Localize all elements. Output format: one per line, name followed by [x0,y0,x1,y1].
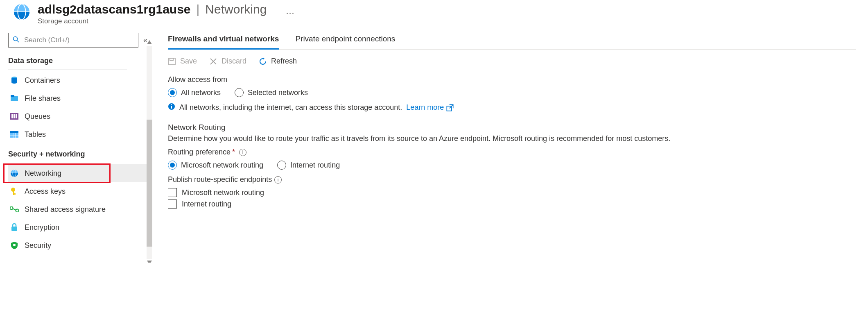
sidebar-item-label: Security [25,241,51,250]
sidebar-search[interactable] [8,33,138,48]
info-icon [168,103,175,112]
sidebar-item-label: Shared access signature [25,205,106,214]
main-content: Firewalls and virtual networks Private e… [147,29,860,254]
sidebar-group-data-storage[interactable]: Data storage [8,53,127,70]
svg-point-22 [10,207,13,210]
tab-firewalls[interactable]: Firewalls and virtual networks [168,31,279,50]
svg-point-3 [14,36,18,41]
command-bar: Save Discard Refresh [168,57,856,66]
radio-label: Internet routing [290,161,340,170]
sidebar-item-label: Networking [25,169,61,178]
shield-icon [10,241,19,249]
svg-line-24 [13,209,16,210]
save-button[interactable]: Save [168,57,197,66]
sidebar: « Data storage Containers File shares Qu… [8,29,147,254]
radio-label: Microsoft network routing [181,161,263,170]
search-input[interactable] [23,36,134,45]
discard-button[interactable]: Discard [209,57,246,66]
radio-all-networks[interactable]: All networks [168,88,221,97]
svg-point-26 [13,244,16,246]
radio-internet-routing[interactable]: Internet routing [277,161,340,170]
sidebar-item-label: Containers [25,76,60,85]
queues-icon [10,113,19,120]
sidebar-item-containers[interactable]: Containers [8,71,147,89]
sidebar-item-access-keys[interactable]: Access keys [8,182,147,200]
sidebar-item-tables[interactable]: Tables [8,125,147,143]
key-icon [10,187,19,195]
info-text: All networks, including the internet, ca… [179,103,402,112]
svg-rect-25 [11,227,17,231]
learn-more-link[interactable]: Learn more [406,103,454,112]
sidebar-item-security[interactable]: Security [8,236,147,254]
page-title: Networking [205,2,267,16]
refresh-label: Refresh [271,57,297,66]
resource-globe-icon [12,2,31,23]
svg-rect-11 [16,114,17,118]
svg-rect-7 [11,95,14,97]
sidebar-item-label: Queues [25,112,50,121]
checkbox-label: Internet routing [182,200,231,209]
svg-rect-12 [10,131,18,133]
refresh-button[interactable]: Refresh [259,57,297,66]
sidebar-item-label: Encryption [25,223,59,232]
radio-selected-networks[interactable]: Selected networks [235,88,308,97]
tables-icon [10,131,19,138]
resource-name: adlsg2datascans1rg1ause [38,2,191,16]
info-tooltip-icon[interactable]: i [274,176,282,184]
svg-rect-10 [14,114,15,118]
radio-microsoft-routing[interactable]: Microsoft network routing [168,161,263,170]
allow-access-label: Allow access from [168,75,856,84]
fileshare-icon [10,95,19,102]
page-header: adlsg2datascans1rg1ause | Networking Sto… [8,0,860,29]
more-actions-button[interactable]: … [273,6,294,16]
tabs: Firewalls and virtual networks Private e… [168,31,856,50]
publish-endpoints-label: Publish route-specific endpointsi [168,175,856,184]
sas-icon [10,206,19,212]
search-icon [13,36,19,45]
sidebar-item-label: Tables [25,130,46,139]
tab-private-endpoints[interactable]: Private endpoint connections [295,31,395,49]
svg-rect-28 [170,58,173,61]
info-tooltip-icon[interactable]: i [239,149,246,156]
checkbox-publish-ms-routing[interactable]: Microsoft network routing [168,188,856,197]
sidebar-item-file-shares[interactable]: File shares [8,89,147,107]
svg-rect-21 [13,193,16,195]
radio-label: All networks [181,88,221,97]
lock-icon [10,223,19,231]
save-label: Save [180,57,197,66]
sidebar-item-label: File shares [25,94,61,103]
svg-rect-32 [171,106,172,109]
container-icon [10,76,19,84]
resource-type: Storage account [38,17,267,25]
svg-point-23 [16,209,19,212]
svg-rect-33 [171,104,172,105]
sidebar-group-security-networking[interactable]: Security + networking [8,147,127,163]
checkbox-label: Microsoft network routing [182,188,264,197]
sidebar-item-encryption[interactable]: Encryption [8,218,147,236]
sidebar-item-sas[interactable]: Shared access signature [8,200,147,218]
title-separator: | [195,2,201,16]
discard-label: Discard [222,57,246,66]
radio-label: Selected networks [248,88,308,97]
sidebar-item-queues[interactable]: Queues [8,107,147,125]
routing-title: Network Routing [168,123,856,132]
networking-icon [10,169,19,177]
svg-line-4 [17,40,19,42]
sidebar-item-networking[interactable]: Networking [8,164,147,182]
sidebar-item-label: Access keys [25,187,66,196]
routing-pref-label: Routing preference*i [168,148,856,156]
checkbox-publish-internet-routing[interactable]: Internet routing [168,200,856,209]
routing-desc: Determine how you would like to route yo… [168,134,856,143]
svg-rect-9 [11,114,13,118]
